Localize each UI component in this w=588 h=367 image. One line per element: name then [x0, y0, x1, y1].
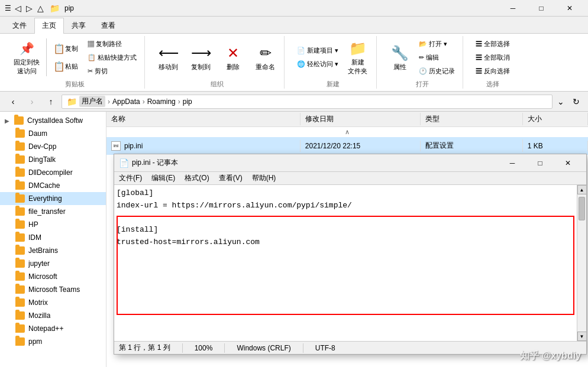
- notepad-maximize-button[interactable]: □: [526, 155, 554, 171]
- path-folder-icon: 📁: [67, 97, 77, 106]
- sidebar-item-everything[interactable]: Everything: [0, 192, 106, 205]
- clipboard-label: 剪贴板: [65, 80, 85, 89]
- select-all-btn[interactable]: ☰ 全部选择: [473, 38, 513, 50]
- folder-icon: [15, 194, 25, 203]
- title-controls: ─ □ ✕: [499, 0, 583, 17]
- sidebar-item-file-transfer[interactable]: file_transfer: [0, 205, 106, 218]
- copy-icon: 📋: [53, 43, 65, 54]
- organize-buttons: ⟵ 移动到 ⟶ 复制到 ✕ 删除 ✏ 重命名: [154, 36, 279, 79]
- col-type-header[interactable]: 类型: [421, 113, 522, 125]
- notepad-scrollbar[interactable]: ▲ ▼: [577, 185, 586, 341]
- new-item-btn[interactable]: 📄 新建项目 ▾: [294, 44, 341, 57]
- notepad-minimize-button[interactable]: ─: [499, 155, 526, 171]
- sidebar-item-idm[interactable]: IDM: [0, 231, 106, 244]
- sidebar-item-daum[interactable]: Daum: [0, 127, 106, 140]
- path-arrow-3: ›: [178, 98, 180, 106]
- back-button[interactable]: ‹: [5, 93, 21, 110]
- easy-access-btn[interactable]: 🌐 轻松访问 ▾: [294, 58, 341, 70]
- sidebar-item-label: HP: [28, 220, 38, 229]
- notepad-title-icon: 📄: [119, 158, 128, 168]
- tab-home[interactable]: 主页: [34, 18, 64, 34]
- sidebar-item-microsoft[interactable]: Microsoft: [0, 270, 106, 283]
- refresh-button[interactable]: ↻: [569, 95, 583, 109]
- scroll-track[interactable]: [577, 194, 586, 332]
- ribbon-tabs: 文件 主页 共享 查看: [0, 17, 588, 33]
- sidebar-item-dingtalk[interactable]: DingTalk: [0, 153, 106, 166]
- sidebar-item-dev-cpp[interactable]: Dev-Cpp: [0, 140, 106, 153]
- address-path[interactable]: 📁 用户名 › AppData › Roaming › pip: [62, 95, 553, 109]
- maximize-button[interactable]: □: [528, 0, 555, 17]
- sidebar-item-jupyter[interactable]: jupyter: [0, 257, 106, 270]
- sidebar-item-notepad-plus[interactable]: Notepad++: [0, 322, 106, 335]
- properties-button[interactable]: 🔧 属性: [386, 41, 413, 74]
- sidebar-item-label: CrystalIdea Softw: [27, 116, 83, 125]
- status-line-ending: Windows (CRLF): [237, 344, 290, 352]
- menu-help[interactable]: 帮助(H): [247, 172, 281, 184]
- sidebar-item-crystalidea[interactable]: ▶ CrystalIdea Softw: [0, 114, 106, 127]
- tab-share[interactable]: 共享: [64, 18, 93, 33]
- status-encoding: UTF-8: [315, 344, 335, 352]
- notepad-menubar: 文件(F) 编辑(E) 格式(O) 查看(V) 帮助(H): [114, 172, 586, 185]
- sidebar-item-ppm[interactable]: ppm: [0, 335, 106, 348]
- file-list-header: 名称 修改日期 类型 大小: [106, 112, 588, 127]
- close-button[interactable]: ✕: [556, 0, 583, 17]
- edit-btn[interactable]: ✏ 编辑: [416, 51, 458, 64]
- col-date-header[interactable]: 修改日期: [301, 113, 421, 125]
- tab-file[interactable]: 文件: [5, 18, 34, 33]
- folder-icon: [15, 181, 25, 190]
- title-forward-btn[interactable]: ▷: [26, 4, 33, 13]
- copy-path-btn[interactable]: ▦ 复制路径: [85, 38, 140, 50]
- menu-edit[interactable]: 编辑(E): [147, 172, 180, 184]
- notepad-textarea[interactable]: [global] index-url = https://mirrors.ali…: [114, 185, 577, 341]
- sidebar-item-jetbrains[interactable]: JetBrains: [0, 244, 106, 257]
- quick-access-btn[interactable]: ☰: [5, 4, 11, 12]
- folder-icon: [15, 259, 25, 268]
- new-folder-button[interactable]: 📁 新建文件夹: [344, 36, 371, 79]
- sidebar-item-dlldecompiler[interactable]: DllDecompiler: [0, 166, 106, 179]
- select-none-btn[interactable]: ☰ 全部取消: [473, 51, 513, 64]
- col-name-header[interactable]: 名称: [106, 113, 301, 125]
- rename-button[interactable]: ✏ 重命名: [251, 41, 279, 74]
- scroll-down-button[interactable]: ▼: [577, 332, 587, 341]
- folder-icon: [15, 337, 25, 346]
- paste-shortcut-btn[interactable]: 📋 粘贴快捷方式: [85, 51, 140, 64]
- cut-btn[interactable]: ✂ 剪切: [85, 65, 140, 77]
- menu-view[interactable]: 查看(V): [214, 172, 247, 184]
- sidebar-item-motrix[interactable]: Motrix: [0, 296, 106, 309]
- col-size-header[interactable]: 大小: [523, 113, 588, 125]
- copy-to-button[interactable]: ⟶ 复制到: [187, 41, 215, 74]
- sidebar-item-label: Microsoft: [28, 272, 57, 281]
- menu-file[interactable]: 文件(F): [114, 172, 147, 184]
- forward-button[interactable]: ›: [24, 93, 40, 110]
- up-button[interactable]: ↑: [43, 93, 59, 110]
- sidebar-item-label: Motrix: [28, 298, 48, 307]
- menu-format[interactable]: 格式(O): [180, 172, 214, 184]
- title-back-btn[interactable]: ◁: [15, 4, 21, 13]
- title-up-btn[interactable]: △: [37, 4, 44, 13]
- minimize-button[interactable]: ─: [499, 0, 526, 17]
- notepad-close-button[interactable]: ✕: [554, 155, 581, 171]
- pin-button[interactable]: 📌 固定到快速访问: [9, 36, 44, 79]
- tab-view[interactable]: 查看: [93, 18, 123, 33]
- scroll-thumb[interactable]: [579, 197, 585, 220]
- open-buttons: 🔧 属性 📂 打开 ▾ ✏ 编辑 🕐 历史记录: [386, 36, 458, 79]
- table-row[interactable]: ini pip.ini 2021/12/20 22:15 配置设置 1 KB: [106, 137, 588, 155]
- sidebar-item-label: IDM: [28, 233, 41, 242]
- open-btn[interactable]: 📂 打开 ▾: [416, 38, 458, 50]
- sidebar-item-hp[interactable]: HP: [0, 218, 106, 231]
- properties-icon: 🔧: [390, 44, 409, 63]
- move-to-button[interactable]: ⟵ 移动到: [154, 41, 182, 74]
- invert-select-btn[interactable]: ☰ 反向选择: [473, 65, 513, 77]
- ribbon-group-organize: ⟵ 移动到 ⟶ 复制到 ✕ 删除 ✏ 重命名: [150, 36, 285, 89]
- sidebar-item-microsoft-teams[interactable]: Microsoft Teams: [0, 283, 106, 296]
- ribbon-group-clipboard: 📌 固定到快速访问 📋 复制 📋 粘贴: [5, 36, 145, 89]
- sidebar-item-dmcache[interactable]: DMCache: [0, 179, 106, 192]
- paste-button[interactable]: 📋 粘贴: [49, 58, 82, 74]
- scroll-up-button[interactable]: ▲: [577, 185, 587, 194]
- copy-button[interactable]: 📋 复制: [49, 40, 82, 57]
- delete-button[interactable]: ✕ 删除: [219, 41, 247, 74]
- history-btn[interactable]: 🕐 历史记录: [416, 65, 458, 77]
- folder-icon: [15, 168, 25, 177]
- path-dropdown-btn[interactable]: ⌄: [555, 97, 567, 106]
- sidebar-item-mozilla[interactable]: Mozilla: [0, 309, 106, 322]
